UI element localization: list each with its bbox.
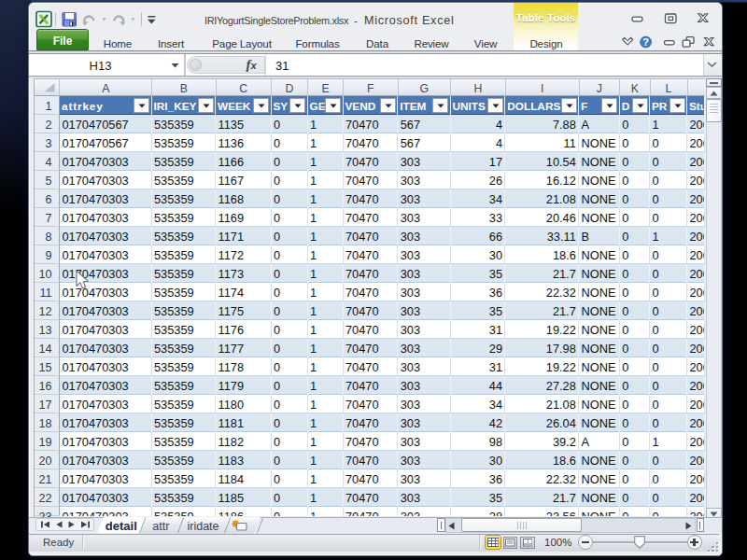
svg-text:?: ? [642,36,649,48]
